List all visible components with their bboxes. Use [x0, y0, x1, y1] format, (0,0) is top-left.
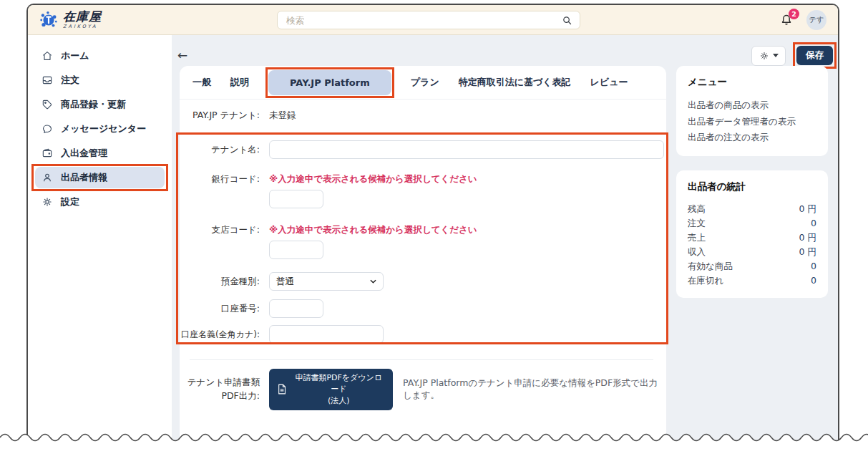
stat-label: 売上	[688, 231, 706, 245]
stat-row-sales: 売上 0 円	[688, 231, 816, 245]
sidebar: ホーム 注文 商品登録・更新 メッセージセンター	[28, 35, 172, 442]
sidebar-item-payments[interactable]: 入出金管理	[35, 142, 165, 164]
sidebar-item-seller-info[interactable]: 出品者情報	[35, 167, 165, 188]
notifications-button[interactable]: 2	[779, 13, 794, 27]
branch-code-input[interactable]	[269, 241, 323, 259]
stats-panel: 出品者の統計 残高 0 円 注文 0 売上 0 円	[676, 170, 828, 298]
sidebar-item-orders[interactable]: 注文	[35, 69, 165, 91]
menu-panel: メニュー 出品者の商品の表示 出品者データ管理者の表示 出品者の注文の表示	[676, 66, 828, 156]
sidebar-item-settings[interactable]: 設定	[35, 191, 165, 213]
branch-code-row: 支店コード: ※入力途中で表示される候補から選択してください	[180, 224, 666, 259]
account-holder-input[interactable]	[269, 325, 384, 344]
search-bar[interactable]	[277, 11, 580, 29]
pdf-label-line2: PDF出力:	[221, 390, 260, 401]
stat-label: 収入	[688, 245, 706, 259]
stats-panel-title: 出品者の統計	[688, 180, 816, 193]
chevron-down-icon	[370, 279, 376, 284]
back-arrow-icon[interactable]: ←	[175, 48, 190, 63]
tenant-status-label: PAY.JP テナント:	[180, 110, 260, 122]
stat-label: 残高	[688, 202, 706, 216]
chevron-down-icon	[773, 54, 779, 57]
pdf-export-label: テナント申請書類 PDF出力:	[180, 376, 260, 403]
stat-label: 在庫切れ	[688, 274, 723, 288]
inbox-icon	[42, 74, 53, 86]
stat-value: 0 円	[799, 231, 816, 245]
sidebar-item-products[interactable]: 商品登録・更新	[35, 94, 165, 115]
stat-label: 注文	[688, 216, 706, 231]
deposit-type-label: 預金種別:	[180, 276, 260, 288]
notification-badge: 2	[789, 9, 799, 19]
menu-link-seller-products[interactable]: 出品者の商品の表示	[688, 97, 816, 114]
annotation-box-save: 保存	[793, 42, 837, 69]
account-holder-row: 口座名義(全角カナ):	[180, 325, 666, 344]
pdf-download-button[interactable]: 申請書類PDFをダウンロード (法人)	[269, 369, 393, 410]
tag-icon	[42, 99, 53, 110]
tenant-name-row: テナント名:	[180, 140, 666, 159]
search-input[interactable]	[285, 14, 556, 26]
bank-code-row: 銀行コード: ※入力途中で表示される候補から選択してください	[180, 173, 666, 208]
tenant-name-label: テナント名:	[180, 144, 260, 156]
deposit-type-value: 普通	[276, 276, 294, 288]
stat-label: 有効な商品	[688, 259, 733, 274]
stat-value: 0	[811, 216, 816, 231]
tab-payjp-platform[interactable]: PAY.JP Platform	[268, 70, 391, 95]
stat-row-balance: 残高 0 円	[688, 202, 816, 216]
user-icon	[42, 172, 53, 183]
stat-value: 0	[811, 274, 816, 288]
sidebar-item-label: 注文	[61, 74, 79, 87]
home-icon	[42, 50, 53, 62]
bank-code-label: 銀行コード:	[180, 173, 260, 185]
stat-row-income: 収入 0 円	[688, 245, 816, 259]
seller-info-card: 一般 説明 PAY.JP Platform プラン 特定商取引法に基づく表記 レ…	[180, 66, 666, 442]
sidebar-item-label: メッセージセンター	[61, 122, 146, 135]
chat-icon	[42, 123, 53, 135]
annotation-box-payjp-tab: PAY.JP Platform	[265, 67, 394, 98]
right-column: メニュー 出品者の商品の表示 出品者データ管理者の表示 出品者の注文の表示 出品…	[676, 66, 828, 298]
sidebar-item-home[interactable]: ホーム	[35, 45, 165, 67]
tab-general[interactable]: 一般	[192, 76, 211, 89]
branch-code-note: ※入力途中で表示される候補から選択してください	[269, 224, 477, 236]
account-number-input[interactable]	[269, 299, 323, 318]
tab-plan[interactable]: プラン	[411, 76, 439, 89]
sidebar-item-label: 出品者情報	[61, 171, 107, 184]
stat-row-out-of-stock: 在庫切れ 0	[688, 274, 816, 288]
menu-panel-title: メニュー	[688, 76, 816, 89]
menu-link-seller-data-admin[interactable]: 出品者データ管理者の表示	[688, 114, 816, 130]
sidebar-item-label: 商品登録・更新	[61, 98, 126, 111]
pdf-button-line1: 申請書類PDFをダウンロード	[293, 372, 386, 395]
tab-review[interactable]: レビュー	[590, 76, 628, 89]
stat-row-active-products: 有効な商品 0	[688, 259, 816, 274]
tab-description[interactable]: 説明	[230, 76, 249, 89]
avatar[interactable]: テす	[806, 10, 826, 30]
sidebar-item-label: 設定	[61, 195, 79, 208]
page-toolbar: ← 保存	[175, 42, 837, 69]
gear-icon	[759, 51, 769, 61]
account-holder-label: 口座名義(全角カナ):	[180, 329, 260, 341]
bank-code-input[interactable]	[269, 190, 323, 208]
deposit-type-select[interactable]: 普通	[269, 272, 384, 291]
tab-commercial-law[interactable]: 特定商取引法に基づく表記	[459, 76, 571, 89]
search-icon[interactable]	[562, 15, 572, 26]
sidebar-item-label: ホーム	[61, 49, 89, 62]
main-area: ← 保存 一般 説明 PAY.JP Platform	[172, 35, 838, 442]
pdf-export-row: テナント申請書類 PDF出力: 申請書類PDFをダウンロード (法人)	[180, 369, 666, 410]
stat-value: 0 円	[799, 245, 816, 259]
menu-link-seller-orders[interactable]: 出品者の注文の表示	[688, 130, 816, 146]
pdf-button-line2: (法人)	[328, 395, 350, 407]
sidebar-item-messages[interactable]: メッセージセンター	[35, 118, 165, 140]
tenant-status-value: 未登録	[269, 110, 296, 122]
top-bar: 在庫屋 ZAIKOYA 2 テす	[28, 5, 838, 35]
branch-code-label: 支店コード:	[180, 224, 260, 236]
section-divider	[190, 359, 653, 360]
settings-dropdown-button[interactable]	[751, 46, 786, 66]
logo[interactable]: 在庫屋 ZAIKOYA	[39, 11, 102, 29]
logo-title: 在庫屋	[63, 11, 102, 23]
pdf-export-description: PAY.JP Platformのテナント申請に必要な情報をPDF形式で出力します…	[403, 377, 666, 402]
tenant-status-row: PAY.JP テナント: 未登録	[180, 110, 666, 122]
save-button[interactable]: 保存	[796, 46, 833, 65]
tenant-name-input[interactable]	[269, 140, 664, 159]
wallet-icon	[42, 147, 53, 159]
gear-icon	[42, 196, 53, 208]
logo-splat-icon	[39, 11, 58, 29]
stat-value: 0	[811, 259, 816, 274]
